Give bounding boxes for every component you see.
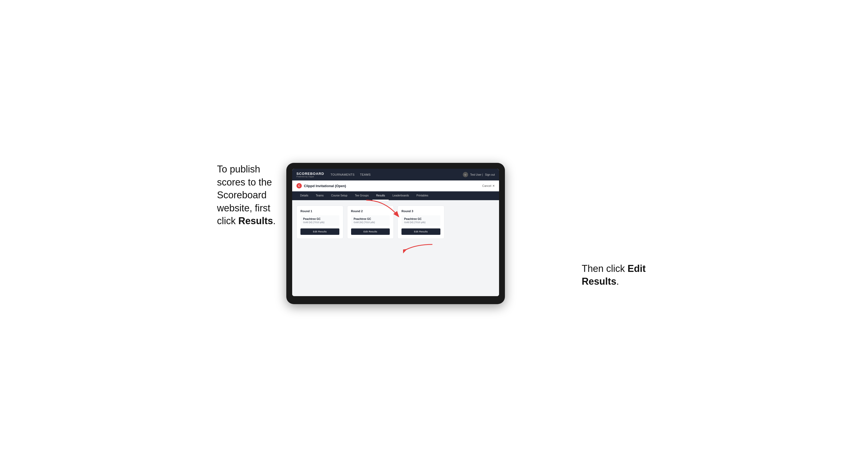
nav-right: U Test User | Sign out bbox=[463, 172, 495, 177]
cancel-button[interactable]: Cancel ✕ bbox=[482, 184, 495, 188]
round-3-title: Round 3 bbox=[401, 210, 440, 213]
round-2-title: Round 2 bbox=[351, 210, 390, 213]
course-name-1: Peachtree GC bbox=[303, 218, 337, 220]
tablet-screen: SCOREBOARD Powered by clippd TOURNAMENTS… bbox=[292, 169, 499, 296]
round-card-3: Round 3 Peachtree GC Gold (M) (7010 yds)… bbox=[398, 206, 444, 239]
user-name: Test User | bbox=[470, 173, 483, 176]
tournament-header: C Clippd Invitational (Open) Cancel ✕ bbox=[292, 181, 499, 191]
tabs-nav: Details Teams Course Setup Tee Groups Re… bbox=[292, 191, 499, 200]
scoreboard-logo: SCOREBOARD Powered by clippd bbox=[297, 172, 324, 178]
nav-teams[interactable]: TEAMS bbox=[360, 173, 371, 176]
edit-results-button-2[interactable]: Edit Results bbox=[351, 228, 390, 235]
instruction-top-left: To publish scores to the Scoreboard webs… bbox=[217, 163, 286, 228]
instruction-bottom-end: . bbox=[616, 276, 619, 287]
tab-tee-groups[interactable]: Tee Groups bbox=[351, 191, 372, 200]
course-details-2: Gold (M) (7010 yds) bbox=[354, 221, 388, 224]
instruction-text-end: . bbox=[273, 215, 276, 226]
nav-links: TOURNAMENTS TEAMS bbox=[331, 173, 463, 176]
course-card-2: Peachtree GC Gold (M) (7010 yds) bbox=[351, 215, 390, 226]
round-card-2: Round 2 Peachtree GC Gold (M) (7010 yds)… bbox=[347, 206, 394, 239]
nav-tournaments[interactable]: TOURNAMENTS bbox=[331, 173, 354, 176]
course-details-1: Gold (M) (7010 yds) bbox=[303, 221, 337, 224]
course-details-3: Gold (M) (7010 yds) bbox=[404, 221, 438, 224]
course-card-3: Peachtree GC Gold (M) (7010 yds) bbox=[401, 215, 440, 226]
instruction-bottom-prefix: Then click bbox=[582, 263, 627, 274]
course-name-3: Peachtree GC bbox=[404, 218, 438, 220]
edit-results-button-1[interactable]: Edit Results bbox=[301, 228, 339, 235]
instruction-text-bold: Results bbox=[238, 215, 273, 226]
round-card-1: Round 1 Peachtree GC Gold (M) (7010 yds)… bbox=[297, 206, 343, 239]
instruction-bottom-right: Then click Edit Results. bbox=[582, 262, 651, 288]
cancel-x-icon: ✕ bbox=[492, 184, 495, 188]
tab-course-setup[interactable]: Course Setup bbox=[328, 191, 351, 200]
tab-leaderboards[interactable]: Leaderboards bbox=[389, 191, 413, 200]
tablet-device: SCOREBOARD Powered by clippd TOURNAMENTS… bbox=[286, 163, 505, 304]
tab-details[interactable]: Details bbox=[297, 191, 312, 200]
tab-results[interactable]: Results bbox=[372, 191, 389, 200]
tournament-name: Clippd Invitational (Open) bbox=[304, 184, 346, 188]
rounds-grid: Round 1 Peachtree GC Gold (M) (7010 yds)… bbox=[297, 206, 495, 239]
sign-out-link[interactable]: Sign out bbox=[485, 173, 495, 176]
round-1-title: Round 1 bbox=[301, 210, 339, 213]
tournament-title-row: C Clippd Invitational (Open) bbox=[297, 183, 346, 188]
main-content: Round 1 Peachtree GC Gold (M) (7010 yds)… bbox=[292, 200, 499, 296]
logo-main-text: SCOREBOARD bbox=[297, 172, 324, 176]
tab-teams[interactable]: Teams bbox=[312, 191, 328, 200]
tournament-icon: C bbox=[297, 183, 302, 188]
edit-results-button-3[interactable]: Edit Results bbox=[401, 228, 440, 235]
course-card-1: Peachtree GC Gold (M) (7010 yds) bbox=[301, 215, 339, 226]
tab-printables[interactable]: Printables bbox=[413, 191, 432, 200]
page-wrapper: To publish scores to the Scoreboard webs… bbox=[217, 163, 651, 304]
logo-sub-text: Powered by clippd bbox=[297, 176, 324, 178]
empty-round-slot bbox=[448, 206, 495, 239]
course-name-2: Peachtree GC bbox=[354, 218, 388, 220]
user-avatar: U bbox=[463, 172, 468, 177]
top-nav: SCOREBOARD Powered by clippd TOURNAMENTS… bbox=[292, 169, 499, 181]
